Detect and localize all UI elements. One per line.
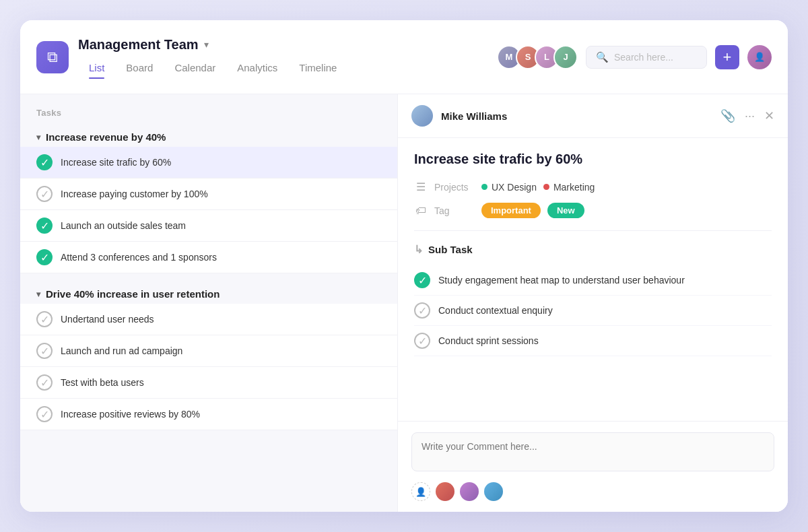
user-avatar[interactable]: 👤 [747, 45, 772, 69]
header-title-area: Management Team ▾ List Board Calendar An… [78, 37, 347, 77]
detail-title: Increase site trafic by 60% [414, 152, 772, 167]
detail-footer: 👤 [398, 421, 788, 512]
task-item[interactable]: ✓ Undertand user needs [20, 304, 397, 335]
add-commenters-icon[interactable]: 👤 [411, 482, 430, 501]
header: ⧉ Management Team ▾ List Board Calendar … [20, 20, 788, 94]
check-circle-partial: ✓ [36, 374, 53, 391]
task-label: Test with beta users [61, 377, 144, 388]
group-header-retention[interactable]: ▾ Drive 40% increase in user retention [20, 284, 397, 304]
projects-row: ☰ Projects UX Design Marketing [414, 180, 772, 193]
task-label: Attend 3 conferences and 1 sponsors [61, 252, 217, 263]
task-item[interactable]: ✓ Launch an outside sales team [20, 210, 397, 242]
avatar: J [553, 45, 578, 69]
detail-user-avatar [411, 105, 433, 127]
commenter-avatar [460, 482, 479, 501]
team-name: Management Team [78, 37, 199, 53]
badge-important[interactable]: Important [481, 203, 541, 218]
check-circle-partial: ✓ [36, 343, 53, 359]
subtask-item[interactable]: ✓ Conduct contextual enquiry [414, 296, 772, 326]
subtask-item[interactable]: ✓ Conduct sprint sessions [414, 326, 772, 356]
project-tag-ux: UX Design [481, 182, 537, 193]
project-tag-marketing: Marketing [543, 182, 595, 193]
task-item[interactable]: ✓ Launch and run ad campaign [20, 335, 397, 367]
check-circle-partial: ✓ [414, 302, 430, 319]
task-label: Launch an outside sales team [61, 220, 186, 231]
detail-user-name: Mike Williams [441, 110, 712, 122]
detail-actions: 📎 ··· ✕ [720, 108, 774, 123]
task-label: Launch and run ad campaign [61, 345, 182, 356]
check-circle-partial: ✓ [36, 311, 53, 327]
subtask-icon: ↳ [414, 243, 423, 256]
subtask-label: Study engagement heat map to understand … [438, 275, 685, 286]
task-label: Increase paying customer by 100% [61, 189, 208, 199]
project-name: Marketing [553, 182, 595, 193]
check-circle-partial: ✓ [36, 186, 53, 202]
check-circle-done: ✓ [36, 249, 53, 265]
tab-board[interactable]: Board [115, 58, 164, 77]
nav-tabs: List Board Calendar Analytics Timeline [78, 58, 347, 77]
tab-calendar[interactable]: Calendar [164, 58, 226, 77]
chevron-icon: ▾ [36, 290, 40, 299]
more-options-icon[interactable]: ··· [745, 109, 755, 123]
tag-icon: 🏷 [414, 205, 428, 217]
task-item[interactable]: ✓ Increase positive reviews by 80% [20, 399, 397, 430]
attachment-icon[interactable]: 📎 [720, 108, 735, 123]
group-header-revenue[interactable]: ▾ Increase revenue by 40% [20, 127, 397, 147]
projects-icon: ☰ [414, 180, 428, 193]
task-item[interactable]: ✓ Test with beta users [20, 367, 397, 399]
subtask-item[interactable]: ✓ Study engagement heat map to understan… [414, 265, 772, 296]
tasks-label: Tasks [20, 108, 397, 118]
task-item[interactable]: ✓ Increase site trafic by 60% [20, 147, 397, 178]
header-right: M S L J 🔍 Search here... + 👤 [497, 45, 772, 69]
search-icon: 🔍 [596, 51, 609, 63]
right-panel: Mike Williams 📎 ··· ✕ Increase site traf… [397, 94, 788, 512]
badge-new[interactable]: New [547, 203, 584, 218]
subtask-label: Conduct sprint sessions [438, 335, 539, 346]
subtask-label: Conduct contextual enquiry [438, 305, 553, 316]
check-circle-done: ✓ [414, 272, 430, 288]
logo-box: ⧉ [36, 41, 69, 73]
task-item[interactable]: ✓ Increase paying customer by 100% [20, 178, 397, 210]
group-title: Increase revenue by 40% [46, 131, 166, 143]
tab-list[interactable]: List [78, 58, 115, 77]
tab-timeline[interactable]: Timeline [288, 58, 347, 77]
project-name: UX Design [492, 182, 537, 193]
task-label: Increase site trafic by 60% [61, 157, 171, 168]
tab-analytics[interactable]: Analytics [226, 58, 288, 77]
chevron-down-icon[interactable]: ▾ [204, 39, 209, 50]
commenter-avatar [436, 482, 454, 501]
tag-row: 🏷 Tag Important New [414, 203, 772, 218]
dot-red [543, 184, 549, 190]
check-circle-partial: ✓ [414, 333, 430, 349]
team-name-row: Management Team ▾ [78, 37, 347, 53]
task-item[interactable]: ✓ Attend 3 conferences and 1 sponsors [20, 242, 397, 273]
check-circle-partial: ✓ [36, 406, 53, 422]
commenter-avatar [484, 482, 503, 501]
task-label: Increase positive reviews by 80% [61, 409, 200, 420]
comment-footer: 👤 [411, 482, 774, 501]
left-panel: Tasks ▾ Increase revenue by 40% ✓ Increa… [20, 94, 397, 512]
divider [414, 230, 772, 231]
projects-label: Projects [434, 182, 475, 193]
tag-label: Tag [434, 205, 475, 216]
check-circle-done: ✓ [36, 154, 53, 170]
comment-input[interactable] [411, 432, 774, 471]
close-icon[interactable]: ✕ [764, 108, 774, 123]
detail-header: Mike Williams 📎 ··· ✕ [398, 94, 788, 138]
subtask-header: ↳ Sub Task [414, 243, 772, 256]
subtask-label: Sub Task [428, 244, 473, 255]
add-button[interactable]: + [715, 45, 739, 69]
task-label: Undertand user needs [61, 314, 154, 325]
app-container: ⧉ Management Team ▾ List Board Calendar … [20, 20, 788, 512]
main-content: Tasks ▾ Increase revenue by 40% ✓ Increa… [20, 94, 788, 512]
check-circle-done: ✓ [36, 218, 53, 234]
dot-green [481, 184, 487, 190]
chevron-icon: ▾ [36, 133, 40, 142]
group-title: Drive 40% increase in user retention [46, 288, 220, 300]
layers-icon: ⧉ [47, 48, 58, 66]
search-box[interactable]: 🔍 Search here... [586, 46, 707, 69]
avatars-group: M S L J [497, 45, 578, 69]
detail-body: Increase site trafic by 60% ☰ Projects U… [398, 138, 788, 421]
search-placeholder: Search here... [614, 52, 673, 63]
